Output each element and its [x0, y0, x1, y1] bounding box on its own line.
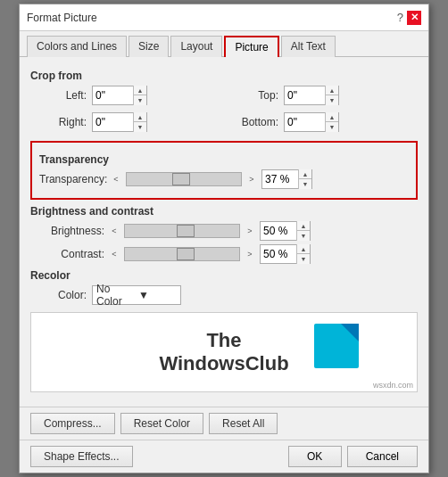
crop-top-label: Top: [229, 89, 278, 102]
preview-logo-icon [314, 324, 359, 368]
crop-fields: Left: ▲ ▼ Top: ▲ ▼ [37, 86, 418, 136]
brightness-up[interactable]: ▲ [297, 221, 310, 231]
crop-right-row: Right: ▲ ▼ [37, 112, 226, 132]
contrast-slider-left[interactable]: < [108, 248, 120, 260]
tab-bar: Colors and Lines Size Layout Picture Alt… [20, 31, 428, 57]
close-button[interactable]: ✕ [407, 11, 421, 25]
crop-right-label: Right: [37, 116, 87, 128]
crop-bottom-value[interactable] [285, 116, 325, 128]
crop-left-up[interactable]: ▲ [134, 86, 146, 95]
transparency-percent-input[interactable]: ▲ ▼ [261, 169, 312, 189]
transparency-slider-left[interactable]: < [110, 173, 122, 185]
crop-bottom-row: Bottom: ▲ ▼ [229, 112, 418, 132]
shape-effects-button[interactable]: Shape Effects... [30, 446, 133, 467]
bottom-buttons-bar: Compress... Reset Color Reset All [20, 407, 428, 440]
transparency-row: Transparency: < > ▲ ▼ [39, 169, 409, 189]
format-picture-dialog: Format Picture ? ✕ Colors and Lines Size… [19, 4, 429, 473]
brightness-down[interactable]: ▼ [297, 231, 310, 241]
compress-button[interactable]: Compress... [30, 413, 115, 434]
color-value: No Color [96, 283, 135, 308]
transparency-slider-track[interactable] [126, 172, 242, 186]
ok-button[interactable]: OK [288, 446, 342, 467]
dialog-title: Format Picture [27, 12, 97, 24]
crop-right-arrows: ▲ ▼ [133, 112, 146, 132]
crop-right-down[interactable]: ▼ [134, 122, 146, 132]
contrast-slider-track[interactable] [124, 247, 240, 261]
dropdown-arrow-icon: ▼ [138, 289, 177, 301]
transparency-arrows: ▲ ▼ [298, 169, 311, 189]
contrast-slider-right[interactable]: > [244, 248, 256, 260]
contrast-arrows: ▲ ▼ [296, 244, 310, 264]
title-bar-right: ? ✕ [397, 11, 421, 25]
watermark: wsxdn.com [373, 381, 413, 390]
brightness-percent-input[interactable]: ▲ ▼ [260, 221, 311, 241]
crop-right-up[interactable]: ▲ [134, 112, 146, 122]
transparency-title: Transparency [39, 153, 409, 166]
dialog-content: Crop from Left: ▲ ▼ Top: [20, 57, 428, 407]
brightness-row: Brightness: < > ▲ ▼ [37, 221, 418, 241]
brightness-label: Brightness: [37, 225, 104, 237]
transparency-section: Transparency Transparency: < > ▲ ▼ [30, 141, 418, 200]
transparency-up[interactable]: ▲ [299, 169, 311, 179]
contrast-percent-input[interactable]: ▲ ▼ [260, 244, 311, 264]
brightness-contrast-title: Brightness and contrast [30, 205, 418, 218]
brightness-slider-right[interactable]: > [244, 225, 256, 237]
brightness-arrows: ▲ ▼ [296, 221, 310, 241]
crop-top-input[interactable]: ▲ ▼ [284, 86, 339, 105]
crop-right-input[interactable]: ▲ ▼ [92, 112, 147, 132]
crop-bottom-down[interactable]: ▼ [326, 122, 338, 132]
reset-all-button[interactable]: Reset All [209, 413, 278, 434]
tab-colors-and-lines[interactable]: Colors and Lines [27, 36, 127, 57]
crop-left-row: Left: ▲ ▼ [37, 86, 226, 105]
transparency-slider-thumb[interactable] [172, 173, 190, 185]
crop-top-arrows: ▲ ▼ [325, 86, 338, 105]
ok-cancel-group: OK Cancel [288, 446, 418, 467]
crop-left-down[interactable]: ▼ [134, 95, 146, 105]
brightness-slider-left[interactable]: < [108, 225, 120, 237]
crop-bottom-input[interactable]: ▲ ▼ [284, 112, 339, 132]
transparency-down[interactable]: ▼ [299, 179, 311, 189]
color-row: Color: No Color ▼ [37, 285, 418, 305]
transparency-value[interactable] [262, 173, 298, 185]
help-button[interactable]: ? [397, 11, 403, 24]
crop-left-label: Left: [37, 89, 87, 102]
crop-top-row: Top: ▲ ▼ [229, 86, 418, 105]
contrast-down[interactable]: ▼ [297, 254, 310, 264]
color-label: Color: [37, 289, 87, 301]
transparency-label: Transparency: [39, 173, 106, 185]
crop-from-title: Crop from [30, 70, 418, 82]
footer-buttons-bar: Shape Effects... OK Cancel [20, 440, 428, 473]
crop-left-input[interactable]: ▲ ▼ [92, 86, 147, 105]
preview-text: The WindowsClub [159, 329, 288, 376]
tab-picture[interactable]: Picture [224, 36, 278, 57]
crop-bottom-label: Bottom: [229, 116, 278, 128]
title-bar-left: Format Picture [27, 12, 97, 24]
tab-alt-text[interactable]: Alt Text [281, 36, 336, 57]
cancel-button[interactable]: Cancel [347, 446, 418, 467]
tab-size[interactable]: Size [129, 36, 169, 57]
contrast-slider-thumb[interactable] [177, 248, 195, 260]
crop-bottom-arrows: ▲ ▼ [325, 112, 338, 132]
crop-bottom-up[interactable]: ▲ [326, 112, 338, 122]
crop-top-up[interactable]: ▲ [326, 86, 338, 95]
brightness-value[interactable] [261, 225, 296, 237]
recolor-title: Recolor [30, 269, 418, 282]
crop-left-arrows: ▲ ▼ [133, 86, 146, 105]
tab-layout[interactable]: Layout [170, 36, 222, 57]
contrast-label: Contrast: [37, 248, 104, 260]
color-dropdown[interactable]: No Color ▼ [92, 285, 181, 305]
preview-area: The WindowsClub wsxdn.com [30, 312, 418, 392]
contrast-row: Contrast: < > ▲ ▼ [37, 244, 418, 264]
transparency-slider-right[interactable]: > [245, 173, 258, 185]
reset-color-button[interactable]: Reset Color [120, 413, 203, 434]
crop-right-value[interactable] [93, 116, 133, 128]
contrast-up[interactable]: ▲ [297, 244, 310, 254]
crop-left-value[interactable] [93, 89, 133, 102]
title-bar: Format Picture ? ✕ [20, 4, 428, 31]
brightness-slider-track[interactable] [124, 224, 240, 238]
crop-top-value[interactable] [285, 89, 325, 102]
contrast-value[interactable] [261, 248, 296, 260]
brightness-slider-thumb[interactable] [177, 225, 195, 237]
crop-top-down[interactable]: ▼ [326, 95, 338, 105]
